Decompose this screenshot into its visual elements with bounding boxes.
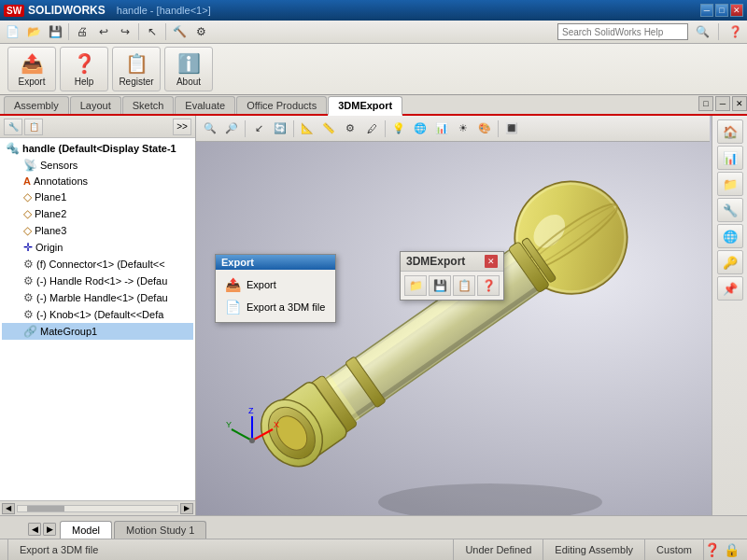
sensors-icon: 📡 [23,159,37,172]
search-input[interactable] [557,23,688,40]
tree-item-plane3[interactable]: ◇ Plane3 [2,222,193,239]
tab-layout[interactable]: Layout [70,96,121,114]
tree-item-mategroup[interactable]: 🔗 MateGroup1 [2,323,193,340]
toolbar-main: 📤 Export ❓ Help 📋 Register ℹ️ About [0,44,747,94]
tab-model[interactable]: Model [60,521,112,539]
view-world-button[interactable]: 🌐 [717,224,743,248]
status-lock-icon[interactable]: 🔒 [724,542,740,557]
tree-item-marble-handle[interactable]: ⚙ (-) Marble Handle<1> (Defau [2,289,193,306]
tab-assembly[interactable]: Assembly [4,96,69,114]
threedm-open-button[interactable]: 📁 [404,275,427,296]
tree-item-handle-rod[interactable]: ⚙ (-) Handle Rod<1> -> (Defau [2,273,193,289]
tab-3dmexport[interactable]: 3DMExport [328,96,402,116]
options-button[interactable]: ⚙ [190,21,211,42]
tab-motion-study[interactable]: Motion Study 1 [114,521,206,539]
about-button[interactable]: ℹ️ About [164,47,213,91]
scroll-right-button[interactable]: ▶ [180,503,193,514]
tree-item-origin[interactable]: ✛ Origin [2,239,193,256]
threedm-close-button[interactable]: ✕ [485,255,498,268]
redo-button[interactable]: ↪ [115,21,135,42]
help-button[interactable]: ❓ [725,21,745,42]
rotate-button[interactable]: 🔄 [270,119,290,139]
search-button[interactable]: 🔍 [692,21,712,42]
panel-resize-button[interactable]: □ [698,96,713,111]
btab-next-button[interactable]: ▶ [43,523,56,536]
zoom-out-button[interactable]: 🔎 [221,119,242,139]
threedm-help-button[interactable]: ❓ [477,275,500,296]
help-main-icon: ❓ [73,52,96,75]
view-pin-button[interactable]: 📌 [717,276,743,301]
sketch-view-button[interactable]: 🖊 [361,119,382,139]
titlebar-controls[interactable]: ─ □ ✕ [700,4,743,17]
config-button[interactable]: ⚙ [340,119,360,139]
export-item-export[interactable]: 📤 Export [221,275,330,294]
wireframe-button[interactable]: 🔳 [501,119,522,139]
viewport[interactable]: 🔍 🔎 ↙ 🔄 📐 📏 ⚙ 🖊 💡 🌐 📊 ☀ 🎨 🔳 [196,116,747,515]
connector-label: (f) Connector<1> (Default<< [36,259,165,270]
scroll-track[interactable] [17,505,178,512]
scroll-thumb[interactable] [27,506,64,511]
undo-button[interactable]: ↩ [93,21,114,42]
export-button[interactable]: 📤 Export [7,47,56,91]
print-button[interactable]: 🖨 [72,21,92,42]
secondary-toolbar: 🔍 🔎 ↙ 🔄 📐 📏 ⚙ 🖊 💡 🌐 📊 ☀ 🎨 🔳 [196,116,710,142]
section-button[interactable]: 📏 [318,119,339,139]
display-button[interactable]: 📊 [431,119,452,139]
view-key-button[interactable]: 🔑 [717,250,743,274]
export-item-3dm-label: Export a 3DM file [247,301,325,313]
register-button[interactable]: 📋 Register [112,47,161,91]
threedm-list-button[interactable]: 📋 [453,275,475,296]
tab-office-products[interactable]: Office Products [236,96,327,114]
lighting-button[interactable]: 💡 [388,119,409,139]
properties-tab[interactable]: 📋 [24,119,43,135]
select-button[interactable]: ↖ [142,21,162,42]
scroll-left-button[interactable]: ◀ [2,503,15,514]
tree-item-knob[interactable]: ⚙ (-) Knob<1> (Default<<Defa [2,306,193,323]
status-help-icon[interactable]: ❓ [704,542,720,557]
build-button[interactable]: 🔨 [169,21,190,42]
plane3-icon: ◇ [23,224,32,237]
export-label: Export [19,77,46,87]
zoom-in-button[interactable]: 🔍 [200,119,220,139]
tree-root-item[interactable]: 🔩 handle (Default<Display State-1 [2,140,193,157]
tree-item-connector[interactable]: ⚙ (f) Connector<1> (Default<< [2,256,193,273]
view-settings-button[interactable]: 🔧 [717,198,743,222]
bottom-tabs: ◀ ▶ Model Motion Study 1 [0,515,747,539]
featuretree-tab[interactable]: 🔧 [4,119,22,135]
save-button[interactable]: 💾 [45,21,65,42]
color-button[interactable]: 🎨 [474,119,495,139]
world-button[interactable]: 🌐 [410,119,430,139]
tree-item-plane2[interactable]: ◇ Plane2 [2,205,193,222]
home-view-button[interactable]: 🏠 [717,119,743,144]
help-main-button[interactable]: ❓ Help [60,47,108,91]
tab-evaluate[interactable]: Evaluate [175,96,235,114]
register-label: Register [119,77,153,87]
btab-prev-button[interactable]: ◀ [28,523,41,536]
tab-sketch[interactable]: Sketch [122,96,175,114]
tree-item-sensors[interactable]: 📡 Sensors [2,157,193,174]
open-button[interactable]: 📂 [23,21,44,42]
new-button[interactable]: 📄 [2,21,22,42]
close-button[interactable]: ✕ [730,4,743,17]
svg-line-18 [252,429,273,441]
annotations-icon: A [23,175,31,187]
threedm-save-button[interactable]: 💾 [429,275,451,296]
view-folder-button[interactable]: 📁 [717,172,743,196]
maximize-button[interactable]: □ [715,4,728,17]
feature-tree[interactable]: 🔩 handle (Default<Display State-1 📡 Sens… [0,138,195,500]
measure-button[interactable]: 📐 [297,119,317,139]
render-button[interactable]: ☀ [453,119,473,139]
fit-view-button[interactable]: ↙ [248,119,269,139]
panel-minimize-button[interactable]: ─ [715,96,730,111]
tree-item-annotations[interactable]: A Annotations [2,174,193,189]
minimize-button[interactable]: ─ [700,4,713,17]
marble-handle-label: (-) Marble Handle<1> (Defau [36,292,168,303]
panel-expand-button[interactable]: >> [173,119,191,135]
tree-item-plane1[interactable]: ◇ Plane1 [2,189,193,205]
panel-scrollbar[interactable]: ◀ ▶ [0,500,195,515]
view-orient-button[interactable]: 📊 [717,146,743,170]
titlebar: SW SOLIDWORKS handle - [handle<1>] ─ □ ✕ [0,0,747,21]
under-defined-text: Under Defined [465,544,531,555]
export-item-3dm[interactable]: 📄 Export a 3DM file [221,298,330,316]
panel-close-button[interactable]: ✕ [732,96,747,111]
